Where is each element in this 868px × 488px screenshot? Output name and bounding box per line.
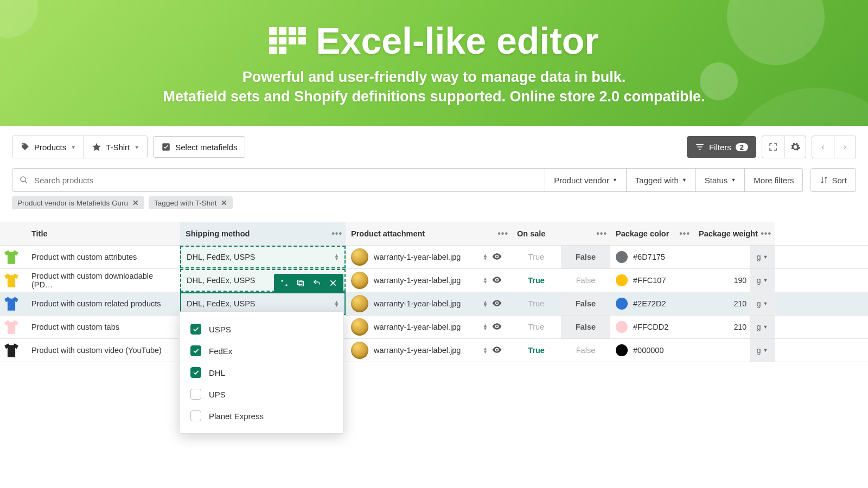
sale-false[interactable]: False <box>561 339 610 362</box>
checkbox[interactable] <box>190 345 201 356</box>
preview-button[interactable] <box>488 321 506 333</box>
dropdown-option[interactable]: UPS <box>180 383 343 405</box>
products-dropdown[interactable]: Products ▼ <box>12 136 84 158</box>
cell-weight[interactable]: 190g ▼ <box>693 269 775 292</box>
dropdown-option[interactable]: Planet Express <box>180 405 343 427</box>
unit-selector[interactable]: g ▼ <box>750 292 775 315</box>
sale-false[interactable]: False <box>561 292 610 315</box>
product-thumb[interactable] <box>0 316 26 338</box>
chip-vendor[interactable]: Product vendor is Metafields Guru✕ <box>12 196 144 209</box>
col-onsale[interactable]: On sale••• <box>512 222 610 245</box>
sale-true[interactable]: True <box>512 246 561 268</box>
preview-button[interactable] <box>488 274 506 287</box>
cell-title[interactable]: Product with custom video (YouTube) <box>26 339 180 362</box>
cell-weight[interactable]: g ▼ <box>693 246 775 268</box>
sale-false[interactable]: False <box>561 269 610 292</box>
cell-weight[interactable]: 210g ▼ <box>693 316 775 338</box>
more-icon[interactable]: ••• <box>331 229 342 239</box>
dropdown-label: Planet Express <box>209 412 264 421</box>
next-button[interactable]: › <box>834 136 856 158</box>
close-icon[interactable]: ✕ <box>221 198 227 207</box>
close-button[interactable] <box>326 276 340 290</box>
settings-button[interactable] <box>784 136 806 158</box>
more-icon[interactable]: ••• <box>679 229 690 239</box>
search-input-wrapper[interactable] <box>12 168 545 192</box>
checkbox[interactable] <box>190 324 201 335</box>
preview-button[interactable] <box>488 298 506 310</box>
cell-attachment[interactable]: warranty-1-year-label.jpg ▲▼ <box>346 292 512 315</box>
search-input[interactable] <box>34 176 538 185</box>
preview-button[interactable] <box>488 344 506 357</box>
cell-color[interactable]: #000000 <box>610 339 693 362</box>
search-bar: Product vendor▼ Tagged with▼ Status▼ Mor… <box>0 168 868 192</box>
col-weight[interactable]: Package weight••• <box>693 222 775 245</box>
cell-title[interactable]: Product with custom tabs <box>26 316 180 338</box>
prev-button[interactable]: ‹ <box>812 136 834 158</box>
cell-color[interactable]: #FFC107 <box>610 269 693 292</box>
sale-true[interactable]: True <box>512 292 561 315</box>
chip-tag[interactable]: Tagged with T-Shirt✕ <box>149 196 233 209</box>
filter-count-badge: 2 <box>736 143 748 151</box>
more-icon[interactable]: ••• <box>596 229 607 239</box>
preview-button[interactable] <box>488 251 506 264</box>
cell-color[interactable]: #2E72D2 <box>610 292 693 315</box>
shipping-dropdown[interactable]: USPS FedEx DHL UPS Planet Express <box>179 311 344 434</box>
filters-button[interactable]: Filters 2 <box>687 136 756 158</box>
checkbox[interactable] <box>190 410 201 421</box>
sort-button[interactable]: Sort <box>810 168 856 192</box>
cell-attachment[interactable]: warranty-1-year-label.jpg ▲▼ <box>346 246 512 268</box>
unit-selector[interactable]: g ▼ <box>750 316 775 338</box>
product-thumb[interactable] <box>0 246 26 268</box>
cell-attachment[interactable]: warranty-1-year-label.jpg ▲▼ <box>346 316 512 338</box>
product-thumb[interactable] <box>0 269 26 292</box>
checkbox[interactable] <box>190 367 201 378</box>
fullscreen-button[interactable] <box>762 136 784 158</box>
cell-color[interactable]: #6D7175 <box>610 246 693 268</box>
close-icon[interactable]: ✕ <box>132 198 139 207</box>
cell-weight[interactable]: g ▼ <box>693 339 775 362</box>
caret-down-icon: ▼ <box>682 177 687 183</box>
caret-down-icon: ▼ <box>763 278 768 283</box>
undo-button[interactable] <box>310 276 324 290</box>
cell-title[interactable]: Product with custom downloadable (PD… <box>26 269 180 292</box>
col-shipping[interactable]: Shipping method••• <box>180 222 346 245</box>
cell-title[interactable]: Product with custom related products <box>26 292 180 315</box>
col-color[interactable]: Package color••• <box>610 222 693 245</box>
checkbox[interactable] <box>190 389 201 400</box>
cell-attachment[interactable]: warranty-1-year-label.jpg ▲▼ <box>346 339 512 362</box>
sale-false[interactable]: False <box>561 246 610 268</box>
sale-true[interactable]: True <box>512 269 561 292</box>
unit-selector[interactable]: g ▼ <box>750 339 775 362</box>
cell-weight[interactable]: 210g ▼ <box>693 292 775 315</box>
product-thumb[interactable] <box>0 292 26 315</box>
dropdown-option[interactable]: DHL <box>180 362 343 383</box>
product-thumb[interactable] <box>0 339 26 362</box>
preset-dropdown[interactable]: T-Shirt ▼ <box>84 136 147 158</box>
cell-shipping[interactable]: DHL, FedEx, USPS▲▼ <box>180 246 346 268</box>
col-title[interactable]: Title <box>26 222 180 245</box>
caret-down-icon: ▼ <box>731 177 736 183</box>
cell-attachment[interactable]: warranty-1-year-label.jpg ▲▼ <box>346 269 512 292</box>
more-filters[interactable]: More filters <box>745 168 803 192</box>
expand-button[interactable] <box>277 276 291 290</box>
more-icon[interactable]: ••• <box>761 229 771 239</box>
filter-tagged[interactable]: Tagged with▼ <box>627 168 696 192</box>
filter-vendor[interactable]: Product vendor▼ <box>545 168 627 192</box>
cell-title[interactable]: Product with custom attributes <box>26 246 180 268</box>
table-header: Title Shipping method••• Product attachm… <box>0 222 868 246</box>
more-icon[interactable]: ••• <box>497 229 508 239</box>
unit-selector[interactable]: g ▼ <box>750 246 775 268</box>
sale-false[interactable]: False <box>561 316 610 338</box>
filter-status[interactable]: Status▼ <box>696 168 745 192</box>
dropdown-option[interactable]: FedEx <box>180 340 343 362</box>
col-attachment[interactable]: Product attachment••• <box>346 222 512 245</box>
dropdown-option[interactable]: USPS <box>180 318 343 340</box>
copy-button[interactable] <box>293 276 308 290</box>
select-caret-icon: ▲▼ <box>334 254 339 260</box>
sale-true[interactable]: True <box>512 339 561 362</box>
select-caret-icon: ▲▼ <box>483 254 488 260</box>
cell-color[interactable]: #FFCDD2 <box>610 316 693 338</box>
select-metafields-button[interactable]: Select metafields <box>153 136 245 158</box>
sale-true[interactable]: True <box>512 316 561 338</box>
unit-selector[interactable]: g ▼ <box>750 269 775 292</box>
